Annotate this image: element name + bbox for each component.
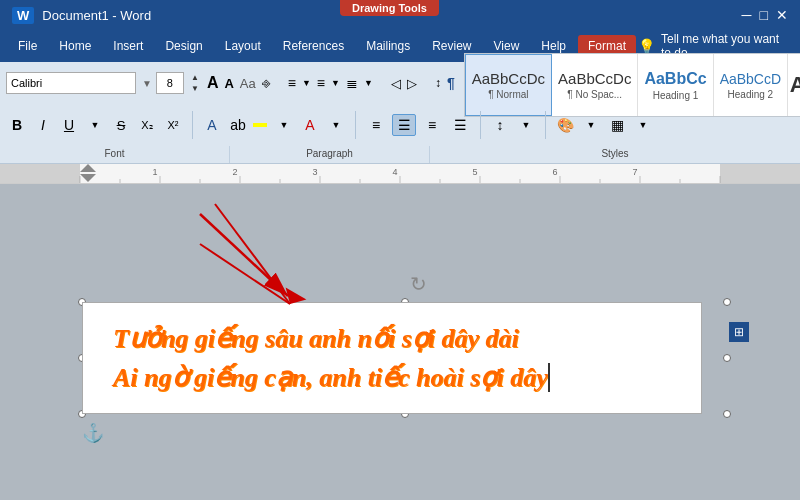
font-color-btn[interactable]: A (299, 114, 321, 136)
shrink-font-btn[interactable]: A (223, 72, 234, 94)
sep5 (355, 111, 356, 139)
style-normal[interactable]: AaBbCcDc ¶ Normal (465, 54, 552, 116)
rotate-handle[interactable]: ↻ (410, 272, 427, 296)
borders-btn[interactable]: ▦ (606, 114, 628, 136)
style-extra[interactable]: A (788, 54, 800, 116)
text-cursor (548, 363, 550, 392)
font-size-spinners: ▲ ▼ (188, 72, 202, 94)
style-h2-preview: AaBbCcD (720, 71, 781, 87)
menu-mailings[interactable]: Mailings (356, 35, 420, 57)
underline-btn[interactable]: U (58, 114, 80, 136)
ribbon-labels: Font Paragraph Styles (0, 146, 800, 164)
dropdown-shading[interactable]: ▼ (580, 114, 602, 136)
font-size-up[interactable]: ▲ (188, 72, 202, 83)
dropdown-borders[interactable]: ▼ (632, 114, 654, 136)
superscript-btn[interactable]: X² (162, 114, 184, 136)
dropdown-bullets[interactable]: ▼ (301, 72, 312, 94)
dropdown-font-color[interactable]: ▼ (325, 114, 347, 136)
title-bar-text: Document1 - Word (42, 8, 151, 23)
lightbulb-icon: 💡 (638, 38, 655, 54)
document-area: ↻ Tưởng giếng sâu anh nối sợi dây dài (0, 184, 800, 500)
style-h1[interactable]: AaBbCc Heading 1 (638, 54, 713, 116)
style-extra-preview: A (790, 72, 800, 98)
window-controls: ─ □ ✕ (742, 7, 788, 23)
clear-format-btn[interactable]: ⎆ (261, 72, 271, 94)
svg-line-33 (200, 214, 288, 296)
app-window: W Document1 - Word Drawing Tools ─ □ ✕ F… (0, 0, 800, 500)
style-normal-label: ¶ Normal (488, 89, 528, 100)
style-h1-label: Heading 1 (653, 90, 699, 101)
text-effect-btn[interactable]: A (201, 114, 223, 136)
indent-increase-btn[interactable]: ▷ (406, 72, 418, 94)
handle-br[interactable] (723, 410, 731, 418)
bold-btn[interactable]: B (6, 114, 28, 136)
layout-options-btn[interactable]: ⊞ (729, 322, 749, 342)
dropdown-underline[interactable]: ▼ (84, 114, 106, 136)
line-spacing-btn[interactable]: ↕ (489, 114, 511, 136)
sort-btn[interactable]: ↕ (434, 72, 442, 94)
paragraph-section-label: Paragraph (230, 146, 430, 163)
bullets-btn[interactable]: ≡ (287, 72, 297, 94)
highlight-color-bar (253, 123, 267, 127)
grow-font-btn[interactable]: A (206, 72, 220, 94)
subscript-btn[interactable]: X₂ (136, 114, 158, 136)
close-btn[interactable]: ✕ (776, 7, 788, 23)
svg-text:2: 2 (232, 167, 237, 177)
sep7 (545, 111, 546, 139)
style-h2[interactable]: AaBbCcD Heading 2 (714, 54, 788, 116)
style-nospace-label: ¶ No Spac... (567, 89, 622, 100)
dropdown-arrow[interactable]: ▼ (142, 78, 152, 89)
menu-insert[interactable]: Insert (103, 35, 153, 57)
show-marks-btn[interactable]: ¶ (446, 72, 456, 94)
font-name-input[interactable] (6, 72, 136, 94)
svg-rect-1 (720, 164, 800, 184)
svg-text:1: 1 (152, 167, 157, 177)
anchor-icon: ⚓ (82, 422, 104, 444)
align-left-btn[interactable]: ≡ (364, 114, 388, 136)
style-normal-preview: AaBbCcDc (472, 70, 545, 87)
menu-layout[interactable]: Layout (215, 35, 271, 57)
styles-panel: AaBbCcDc ¶ Normal AaBbCcDc ¶ No Spac... … (464, 53, 800, 117)
svg-line-31 (200, 244, 290, 304)
italic-btn[interactable]: I (32, 114, 54, 136)
textbox[interactable]: Tưởng giếng sâu anh nối sợi dây dài Ai n… (82, 302, 702, 414)
menu-references[interactable]: References (273, 35, 354, 57)
align-justify-btn[interactable]: ☰ (448, 114, 472, 136)
style-nospace[interactable]: AaBbCcDc ¶ No Spac... (552, 54, 638, 116)
strikethrough-btn[interactable]: S (110, 114, 132, 136)
dropdown-line-spacing[interactable]: ▼ (515, 114, 537, 136)
svg-text:5: 5 (472, 167, 477, 177)
svg-rect-0 (0, 164, 80, 184)
handle-mr[interactable] (723, 354, 731, 362)
font-size-down[interactable]: ▼ (188, 83, 202, 94)
menu-design[interactable]: Design (155, 35, 212, 57)
menu-home[interactable]: Home (49, 35, 101, 57)
maximize-btn[interactable]: □ (760, 7, 768, 23)
multilevel-btn[interactable]: ≣ (345, 72, 359, 94)
ruler-svg: 1 2 3 4 5 6 7 (0, 164, 800, 184)
style-nospace-preview: AaBbCcDc (558, 70, 631, 87)
shading-btn[interactable]: 🎨 (554, 114, 576, 136)
menu-file[interactable]: File (8, 35, 47, 57)
indent-decrease-btn[interactable]: ◁ (390, 72, 402, 94)
svg-line-29 (215, 204, 290, 304)
handle-tr[interactable] (723, 298, 731, 306)
align-center-btn[interactable]: ☰ (392, 114, 416, 136)
drawing-tools-badge: Drawing Tools (340, 0, 439, 16)
dropdown-numbering[interactable]: ▼ (330, 72, 341, 94)
minimize-btn[interactable]: ─ (742, 7, 752, 23)
ribbon-row1: ▼ ▲ ▼ A A Aa ⎆ ≡ ▼ ≡ ▼ ≣ ▼ ◁ ▷ (0, 62, 800, 104)
svg-text:3: 3 (312, 167, 317, 177)
style-h1-preview: AaBbCc (644, 70, 706, 88)
text-highlight-btn[interactable]: ab (227, 114, 249, 136)
svg-text:6: 6 (552, 167, 557, 177)
dropdown-multilevel[interactable]: ▼ (363, 72, 374, 94)
numbering-btn[interactable]: ≡ (316, 72, 326, 94)
word-icon: W (12, 7, 34, 24)
align-right-btn[interactable]: ≡ (420, 114, 444, 136)
styles-section-label: Styles (430, 146, 800, 163)
font-size-input[interactable] (156, 72, 184, 94)
format-painter-btn[interactable]: Aa (239, 72, 257, 94)
title-bar: W Document1 - Word Drawing Tools ─ □ ✕ (0, 0, 800, 30)
dropdown-highlight[interactable]: ▼ (273, 114, 295, 136)
